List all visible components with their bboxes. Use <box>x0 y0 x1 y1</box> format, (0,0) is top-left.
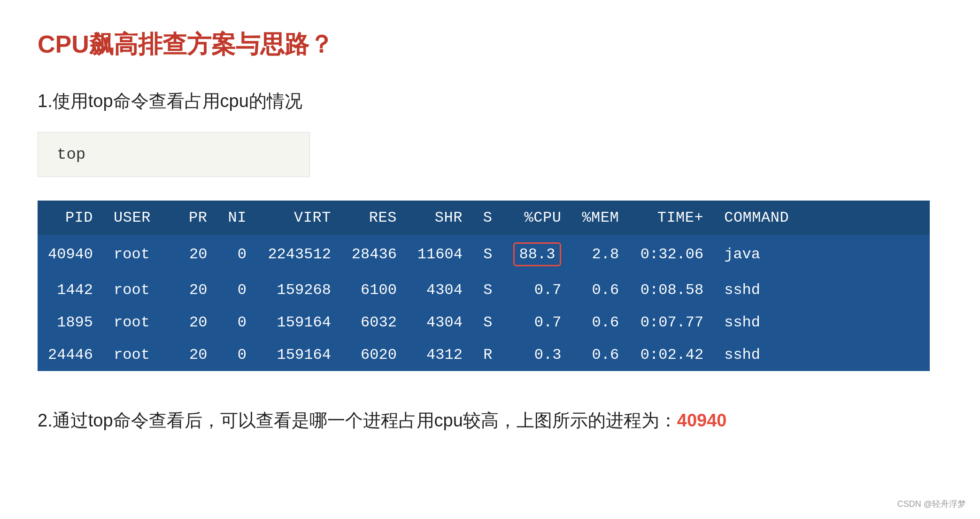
header-time: TIME+ <box>629 201 714 235</box>
cell-r1-c8: 0.7 <box>503 274 572 306</box>
cell-r0-c2: 20 <box>178 235 217 274</box>
section1-title: 1.使用top命令查看占用cpu的情况 <box>38 89 942 113</box>
header-pid: PID <box>38 201 103 235</box>
cell-r1-c4: 159268 <box>257 274 341 306</box>
header-pr: PR <box>178 201 217 235</box>
cell-r1-c10: 0:08.58 <box>629 274 714 306</box>
cell-r1-c6: 4304 <box>407 274 473 306</box>
page-title: CPU飙高排查方案与思路？ <box>38 28 942 61</box>
cell-r0-c10: 0:32.06 <box>629 235 714 274</box>
top-output-table: PID USER PR NI VIRT RES SHR S %CPU %MEM … <box>38 201 930 371</box>
cell-r3-c6: 4312 <box>407 339 473 371</box>
cell-r1-c9: 0.6 <box>571 274 629 306</box>
cell-r3-c2: 20 <box>178 339 217 371</box>
cell-r1-c2: 20 <box>178 274 217 306</box>
section2-container: 2.通过top命令查看后，可以查看是哪一个进程占用cpu较高，上图所示的进程为：… <box>38 409 942 433</box>
command-block: top <box>38 132 310 177</box>
cell-r3-c3: 0 <box>217 339 256 371</box>
cell-r2-c7: S <box>473 306 503 339</box>
header-cpu: %CPU <box>503 201 572 235</box>
cell-r2-c10: 0:07.77 <box>629 306 714 339</box>
cell-r0-c9: 2.8 <box>571 235 629 274</box>
cell-r2-c8: 0.7 <box>503 306 572 339</box>
cell-r3-c10: 0:02.42 <box>629 339 714 371</box>
cell-r0-c0: 40940 <box>38 235 103 274</box>
cell-r1-c0: 1442 <box>38 274 103 306</box>
header-user: USER <box>103 201 178 235</box>
cpu-highlight-badge: 88.3 <box>513 242 562 266</box>
cell-r1-c5: 6100 <box>341 274 407 306</box>
cell-r3-c9: 0.6 <box>571 339 629 371</box>
cell-r3-c7: R <box>473 339 503 371</box>
cell-r3-c8: 0.3 <box>503 339 572 371</box>
cell-r0-c7: S <box>473 235 503 274</box>
cell-r0-c1: root <box>103 235 178 274</box>
cell-r1-c7: S <box>473 274 503 306</box>
cell-r0-c8: 88.3 <box>503 235 572 274</box>
table-row: 24446root20015916460204312R0.30.60:02.42… <box>38 339 930 371</box>
cell-r3-c1: root <box>103 339 178 371</box>
cell-r3-c5: 6020 <box>341 339 407 371</box>
cell-r2-c1: root <box>103 306 178 339</box>
header-shr: SHR <box>407 201 473 235</box>
table-header-row: PID USER PR NI VIRT RES SHR S %CPU %MEM … <box>38 201 930 235</box>
header-mem: %MEM <box>571 201 629 235</box>
header-virt: VIRT <box>257 201 341 235</box>
cell-r2-c11: sshd <box>714 306 930 339</box>
cell-r2-c6: 4304 <box>407 306 473 339</box>
section2-text: 2.通过top命令查看后，可以查看是哪一个进程占用cpu较高，上图所示的进程为： <box>38 411 677 430</box>
cell-r2-c5: 6032 <box>341 306 407 339</box>
table-row: 1442root20015926861004304S0.70.60:08.58s… <box>38 274 930 306</box>
watermark: CSDN @轻舟浮梦 <box>897 498 966 510</box>
header-res: RES <box>341 201 407 235</box>
cell-r1-c1: root <box>103 274 178 306</box>
cell-r1-c3: 0 <box>217 274 256 306</box>
highlighted-pid: 40940 <box>677 411 727 430</box>
cell-r1-c11: sshd <box>714 274 930 306</box>
table-row: 1895root20015916460324304S0.70.60:07.77s… <box>38 306 930 339</box>
cell-r2-c2: 20 <box>178 306 217 339</box>
table-row: 40940root20022435122843611604S88.32.80:3… <box>38 235 930 274</box>
cell-r0-c6: 11604 <box>407 235 473 274</box>
cell-r2-c0: 1895 <box>38 306 103 339</box>
cell-r2-c4: 159164 <box>257 306 341 339</box>
command-text: top <box>57 146 85 163</box>
cell-r2-c9: 0.6 <box>571 306 629 339</box>
cell-r0-c11: java <box>714 235 930 274</box>
cell-r0-c4: 2243512 <box>257 235 341 274</box>
cell-r3-c4: 159164 <box>257 339 341 371</box>
header-command: COMMAND <box>714 201 930 235</box>
cell-r3-c0: 24446 <box>38 339 103 371</box>
cell-r2-c3: 0 <box>217 306 256 339</box>
header-ni: NI <box>217 201 256 235</box>
header-s: S <box>473 201 503 235</box>
cell-r0-c5: 28436 <box>341 235 407 274</box>
cell-r0-c3: 0 <box>217 235 256 274</box>
cell-r3-c11: sshd <box>714 339 930 371</box>
